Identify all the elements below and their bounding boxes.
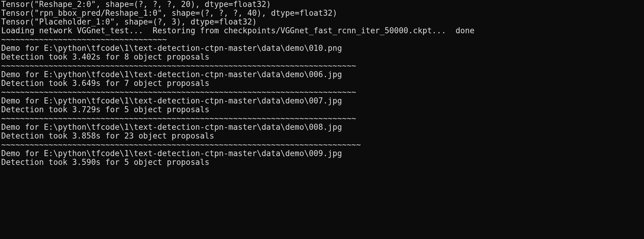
- terminal-line: Demo for E:\python\tfcode\1\text-detecti…: [1, 149, 342, 158]
- terminal-line: Detection took 3.858s for 23 object prop…: [1, 131, 214, 140]
- terminal-line: Demo for E:\python\tfcode\1\text-detecti…: [1, 70, 342, 79]
- terminal-line: Detection took 3.649s for 7 object propo…: [1, 79, 210, 88]
- terminal-line: Demo for E:\python\tfcode\1\text-detecti…: [1, 44, 342, 53]
- terminal-line: Detection took 3.402s for 8 object propo…: [1, 52, 210, 61]
- terminal-line: Demo for E:\python\tfcode\1\text-detecti…: [1, 123, 342, 132]
- terminal-line: Demo for E:\python\tfcode\1\text-detecti…: [1, 96, 342, 105]
- terminal-line: Loading network VGGnet_test... Restoring…: [1, 26, 474, 35]
- terminal-line: Tensor("rpn_bbox_pred/Reshape_1:0", shap…: [1, 8, 337, 18]
- terminal-line: Tensor("Placeholder_1:0", shape=(?, 3), …: [1, 17, 257, 26]
- terminal-line: ~~~~~~~~~~~~~~~~~~~~~~~~~~~~~~~~~~~: [1, 35, 167, 44]
- terminal-output[interactable]: Tensor("Reshape_2:0", shape=(?, ?, ?, 20…: [0, 0, 644, 167]
- terminal-line: ~~~~~~~~~~~~~~~~~~~~~~~~~~~~~~~~~~~~~~~~…: [1, 87, 356, 97]
- terminal-line: Detection took 3.729s for 5 object propo…: [1, 105, 210, 114]
- terminal-line: ~~~~~~~~~~~~~~~~~~~~~~~~~~~~~~~~~~~~~~~~…: [1, 114, 356, 123]
- terminal-line: ~~~~~~~~~~~~~~~~~~~~~~~~~~~~~~~~~~~~~~~~…: [1, 61, 356, 70]
- terminal-line: Detection took 3.590s for 5 object propo…: [1, 158, 210, 167]
- terminal-line: Tensor("Reshape_2:0", shape=(?, ?, ?, 20…: [1, 0, 271, 9]
- terminal-line: ~~~~~~~~~~~~~~~~~~~~~~~~~~~~~~~~~~~~~~~~…: [1, 140, 361, 149]
